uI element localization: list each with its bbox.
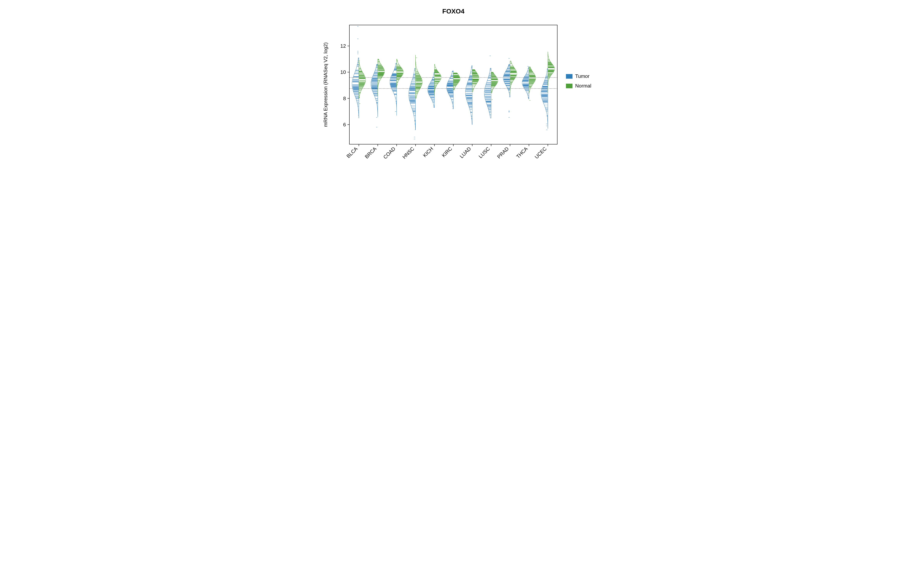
y-tick-label: 12 [340, 43, 346, 49]
y-tick-label: 10 [340, 69, 346, 75]
bean-outline [371, 64, 378, 117]
x-tick-label: COAD [382, 146, 396, 160]
bean-outline [541, 68, 548, 129]
x-tick-label: BLCA [345, 146, 359, 159]
x-tick-label: UCEC [534, 146, 548, 160]
x-tick-label: PRAD [496, 146, 510, 160]
legend-label: Tumor [575, 73, 590, 79]
x-tick-label: THCA [515, 146, 529, 160]
chart-title: FOXO4 [442, 8, 464, 15]
legend-swatch [566, 74, 572, 79]
x-tick-label: LUSC [477, 146, 491, 159]
y-tick-label: 6 [343, 122, 346, 127]
bean-outline [390, 63, 397, 116]
x-tick-label: KIRC [441, 146, 453, 158]
x-tick-label: HNSC [401, 146, 415, 160]
legend-swatch [566, 84, 572, 88]
bean-outline [548, 52, 555, 93]
y-tick-label: 8 [343, 95, 346, 102]
y-axis-label: mRNA Expression (RNASeq V2, log2) [323, 42, 328, 127]
legend-label: Normal [575, 83, 591, 89]
x-tick-label: LUAD [459, 146, 472, 159]
x-tick-label: BRCA [363, 146, 378, 160]
x-tick-label: KICH [422, 146, 434, 158]
